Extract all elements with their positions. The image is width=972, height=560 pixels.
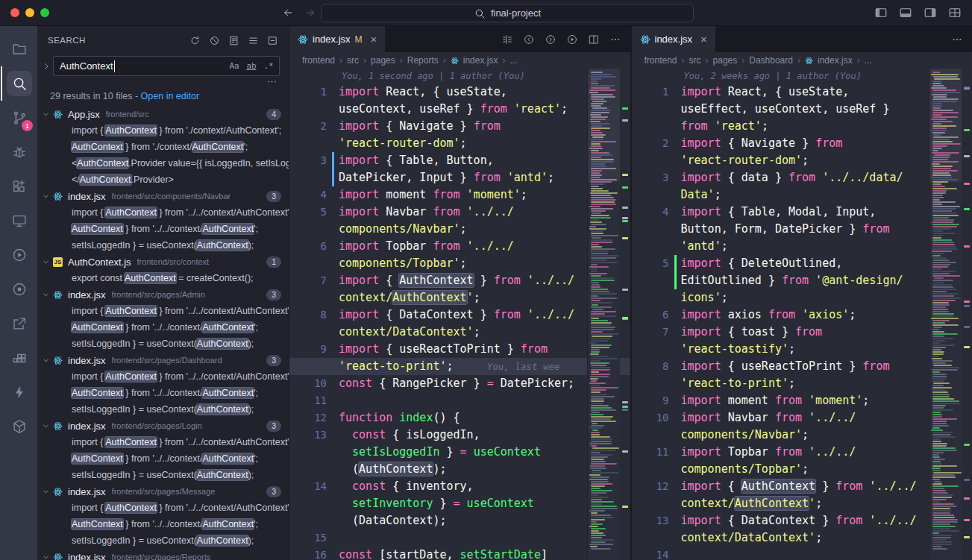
breadcrumb-item[interactable]: Reports [407,55,439,66]
use-regex-toggle[interactable]: .* [261,59,276,74]
list-icon[interactable] [248,35,259,46]
open-in-editor-link[interactable]: Open in editor [141,91,200,101]
activity-item-containers[interactable] [1,341,37,375]
search-results: App.jsxfrontend/src4import { AuthContext… [37,106,289,560]
activity-item-remote-explorer[interactable] [1,204,37,238]
close-window-button[interactable] [10,8,19,17]
search-file-row[interactable]: index.jsxfrontend/src/pages/Reports [37,549,289,560]
breadcrumb-item[interactable]: Dashboard [749,55,793,66]
breadcrumb-item[interactable]: frontend [645,55,677,66]
search-match-row[interactable]: AuthContext } from './context/AuthContex… [37,139,289,155]
chevron-down-icon[interactable] [41,290,53,300]
code-text: import { Table, Modal, Input, [681,204,928,221]
activity-item-search[interactable] [1,66,37,101]
search-toggles: Aaab.* [227,59,276,74]
search-match-row[interactable]: import { AuthContext } from '../../conte… [37,500,289,516]
search-file-row[interactable]: index.jsxfrontend/src/pages/Message3 [37,483,289,500]
breadcrumb-item[interactable]: pages [371,55,395,66]
collapse-all-icon[interactable] [267,35,278,46]
search-match-row[interactable]: AuthContext } from '../../context/AuthCo… [37,516,289,532]
activity-item-gitlens[interactable] [1,272,37,306]
command-center-search[interactable]: final-project [321,4,694,22]
open-changes-icon[interactable] [501,34,513,45]
search-match-row[interactable]: AuthContext } from '../../context/AuthCo… [37,319,289,336]
editor-surface[interactable]: You, 2 weeks ago | 1 author (You)1import… [632,69,972,560]
close-tab-icon[interactable]: × [700,33,707,45]
breadcrumb-item[interactable]: ... [509,55,517,66]
minimap[interactable] [587,69,620,560]
whole-word-toggle[interactable]: ab [244,59,259,74]
search-match-row[interactable]: setIsLoggedIn } = useContext(AuthContext… [37,532,289,549]
activity-item-power-tools[interactable] [1,375,37,409]
back-icon[interactable] [280,5,295,20]
close-tab-icon[interactable]: × [371,33,377,45]
breadcrumb-item[interactable]: frontend [302,55,335,66]
chevron-down-icon[interactable] [41,553,53,560]
next-change-icon[interactable] [545,34,556,45]
activity-item-source-control[interactable]: 1 [1,101,37,135]
forward-icon[interactable] [303,5,318,20]
editor-surface[interactable]: You, 1 second ago | 1 author (You)1impor… [289,69,630,560]
chevron-down-icon[interactable] [41,192,53,201]
minimize-window-button[interactable] [25,8,34,17]
breadcrumb-item[interactable]: src [347,55,359,66]
activity-item-explorer[interactable] [1,32,37,66]
activity-item-run-debug[interactable] [1,135,37,169]
search-file-row[interactable]: index.jsxfrontend/src/pages/Admin3 [37,286,289,303]
more-actions-icon[interactable] [609,34,621,45]
activity-item-packages[interactable] [1,409,37,444]
toggle-primary-sidebar-icon[interactable] [874,6,888,19]
search-match-row[interactable]: setIsLoggedIn } = useContext(AuthContext… [37,401,289,418]
search-match-row[interactable]: import { AuthContext } from '../../conte… [37,368,289,385]
search-file-row[interactable]: App.jsxfrontend/src4 [37,106,289,122]
editor-tab[interactable]: index.jsxM× [289,26,385,52]
run-icon[interactable] [566,34,578,45]
search-match-row[interactable]: AuthContext } from '../../context/AuthCo… [37,221,289,237]
breadcrumb-item[interactable]: ... [865,55,872,66]
prev-change-icon[interactable] [523,34,535,45]
breadcrumb-item[interactable]: index.jsx [818,55,853,66]
toggle-replace-chevron-icon[interactable] [40,60,53,76]
breadcrumb-item[interactable]: index.jsx [463,55,498,66]
search-match-row[interactable]: export const AuthContext = createContext… [37,270,289,286]
breadcrumb-item[interactable]: pages [713,55,738,66]
chevron-down-icon[interactable] [41,356,53,365]
search-match-row[interactable]: </AuthContext.Provider> [37,172,289,188]
customize-layout-icon[interactable] [948,6,962,19]
more-actions-icon[interactable] [951,34,963,45]
search-match-row[interactable]: setIsLoggedIn } = useContext(AuthContext… [37,336,289,352]
search-file-row[interactable]: index.jsxfrontend/src/components/Navbar3 [37,188,289,204]
chevron-down-icon[interactable] [41,487,53,497]
toggle-search-details-icon[interactable]: ··· [267,75,277,86]
search-file-row[interactable]: index.jsxfrontend/src/pages/Login3 [37,418,289,434]
activity-item-extensions[interactable] [1,169,37,204]
toggle-secondary-sidebar-icon[interactable] [924,6,937,19]
activity-item-testing[interactable] [1,238,37,272]
search-match-row[interactable]: <AuthContext.Provider value={{ isLoggedI… [37,155,289,172]
search-match-row[interactable]: setIsLoggedIn } = useContext(AuthContext… [37,467,289,483]
new-search-editor-icon[interactable] [228,35,239,46]
search-match-row[interactable]: setIsLoggedIn } = useContext(AuthContext… [37,237,289,254]
chevron-down-icon[interactable] [41,257,53,267]
breadcrumb-item[interactable]: src [689,55,701,66]
minimap[interactable] [929,69,962,560]
search-match-row[interactable]: import { AuthContext } from '../../conte… [37,303,289,319]
zoom-window-button[interactable] [40,8,49,17]
search-match-row[interactable]: AuthContext } from '../../context/AuthCo… [37,450,289,467]
search-input[interactable]: AuthContext Aaab.* [53,56,280,76]
refresh-icon[interactable] [189,35,201,46]
search-match-row[interactable]: import { AuthContext } from './context/A… [37,122,289,139]
toggle-panel-icon[interactable] [899,6,912,19]
chevron-down-icon[interactable] [41,110,53,119]
search-match-row[interactable]: import { AuthContext } from '../../conte… [37,434,289,450]
search-match-row[interactable]: import { AuthContext } from '../../conte… [37,204,289,221]
search-match-row[interactable]: AuthContext } from '../../context/AuthCo… [37,385,289,401]
split-editor-icon[interactable] [588,34,600,45]
search-file-row[interactable]: index.jsxfrontend/src/pages/Dashboard3 [37,352,289,368]
chevron-down-icon[interactable] [41,421,53,431]
clear-icon[interactable] [209,35,220,46]
activity-item-live-share[interactable] [1,306,37,341]
editor-tab[interactable]: index.jsx× [632,26,715,52]
match-case-toggle[interactable]: Aa [227,59,242,74]
search-file-row[interactable]: JSAuthContext.jsfrontend/src/context1 [37,254,289,270]
